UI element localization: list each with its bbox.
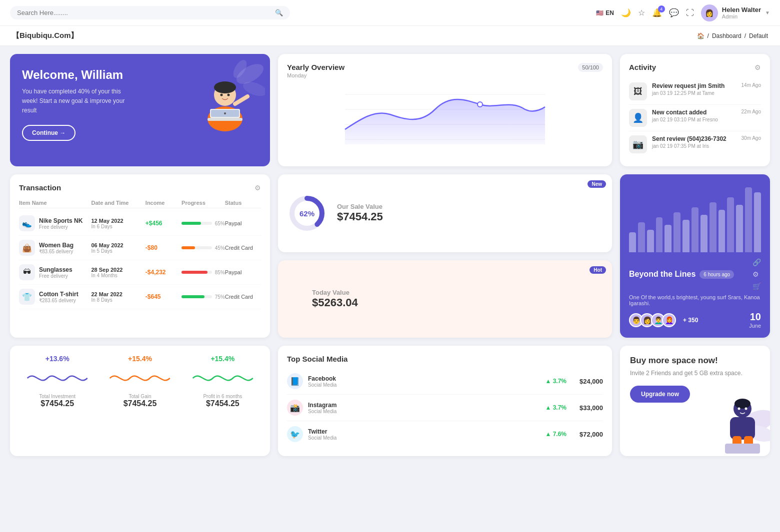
activity-item: 👤 New contact added jan 02 19 03:10 PM a… <box>629 105 761 131</box>
continue-button[interactable]: Continue → <box>22 125 76 141</box>
beyond-time: 6 hours ago <box>700 270 734 279</box>
activity-card: Activity ⚙ 🖼 Review request jim Smith ja… <box>620 54 770 166</box>
separator: / <box>708 32 709 39</box>
today-title: Today Value <box>312 289 358 296</box>
avatar: 👩 <box>701 4 718 21</box>
item-status: Paypal <box>225 220 261 226</box>
hot-badge: Hot <box>590 266 606 274</box>
stat-item: +15.4% Profit in 6 months $7454.25 <box>184 355 261 447</box>
item-sub: Free delivery <box>39 224 82 230</box>
bar-item <box>674 212 680 252</box>
yearly-title: Yearly Overview <box>287 63 344 71</box>
stat-wave <box>184 366 261 391</box>
col-status: Status <box>225 200 261 206</box>
event-date-month: June <box>749 323 761 329</box>
chat-icon[interactable]: 💬 <box>669 8 679 17</box>
col-date: Date and Time <box>91 200 145 206</box>
svg-point-11 <box>220 94 223 96</box>
chart-icon-2[interactable]: ⚙ <box>752 270 761 278</box>
yearly-overview-card: Yearly Overview Monday 50/100 <box>278 54 612 166</box>
progress-fill <box>182 295 204 298</box>
upgrade-title: Buy more space now! <box>630 356 760 366</box>
stat-pct: +15.4% <box>210 355 234 363</box>
activity-item-sub: jan 02 19 03:10 PM at Fresno <box>652 117 736 122</box>
item-income: -$80 <box>146 244 182 251</box>
table-row: 👟 Nike Sports NK Free delivery 12 May 20… <box>19 211 261 236</box>
progress-wrap: 85% <box>182 270 225 275</box>
breadcrumb-dashboard[interactable]: Dashboard <box>712 32 742 39</box>
bar-item <box>647 230 654 252</box>
bar-item <box>754 192 761 252</box>
item-info: 👜 Women Bag ₹83.65 delivery <box>19 240 91 256</box>
stat-value: $7454.25 <box>206 399 240 408</box>
sale-cards: 62% Our Sale Value $7454.25 New <box>278 174 612 338</box>
item-sub: ₹283.65 delivery <box>39 298 78 303</box>
search-input[interactable] <box>17 9 271 16</box>
activity-text: Review request jim Smith jan 03 19 12:25… <box>652 82 736 96</box>
item-info: 👕 Cotton T-shirt ₹283.65 delivery <box>19 289 91 305</box>
social-growth: ▲ 3.7% <box>545 378 566 385</box>
progress-bg <box>182 222 212 225</box>
date-sub: In 8 Days <box>91 297 145 303</box>
sale-info: Our Sale Value $7454.25 <box>337 203 383 223</box>
stat-label: Profit in 6 months <box>203 394 242 399</box>
date-main: 06 May 2022 <box>91 242 145 248</box>
progress-pct: 85% <box>215 270 225 275</box>
activity-item-sub: jan 02 19 07:35 PM at Iris <box>652 143 736 149</box>
today-value-amount: $5263.04 <box>312 296 358 309</box>
social-type: Social Media <box>308 382 336 388</box>
brand-logo[interactable]: 【Biqubiqu.Com】 <box>12 31 78 40</box>
yearly-progress: 50/100 <box>578 63 603 72</box>
bar-chart-card: Beyond the Lines 6 hours ago 🔗 ⚙ 🛒 One O… <box>620 174 770 338</box>
chart-icon-1[interactable]: 🔗 <box>752 258 761 266</box>
bar-item <box>629 232 636 252</box>
activity-item: 🖼 Review request jim Smith jan 03 19 12:… <box>629 78 761 105</box>
activity-item-title: Review request jim Smith <box>652 82 736 89</box>
plus-count: + 350 <box>683 317 698 324</box>
avatar-4: 👩‍🦰 <box>662 313 676 327</box>
today-bars <box>287 284 302 314</box>
svg-point-12 <box>228 94 230 96</box>
breadcrumb-current: Default <box>749 32 768 39</box>
chart-icon-3[interactable]: 🛒 <box>752 282 761 290</box>
item-income: -$4,232 <box>146 269 182 276</box>
notification-bell[interactable]: 🔔 4 <box>652 8 662 17</box>
upgrade-sub: Invite 2 Friends and get 5 GB extra spac… <box>630 369 760 378</box>
social-name: Instagram <box>308 402 336 409</box>
item-status: Paypal <box>225 269 261 275</box>
event-people: 👨 👩 👨‍🦱 👩‍🦰 + 350 10 June <box>629 311 761 329</box>
home-icon[interactable]: 🏠 <box>697 32 704 39</box>
star-icon[interactable]: ☆ <box>638 8 645 17</box>
topnav: 🔍 🇺🇸 EN 🌙 ☆ 🔔 4 💬 ⛶ 👩 Helen Walter Admin… <box>0 0 780 26</box>
language-selector[interactable]: 🇺🇸 EN <box>596 9 614 16</box>
social-growth: ▲ 3.7% <box>545 404 566 411</box>
search-bar[interactable]: 🔍 <box>10 6 290 19</box>
people-avatars: 👨 👩 👨‍🦱 👩‍🦰 <box>629 313 676 327</box>
today-bars-wrap <box>287 284 302 314</box>
social-card: Top Social Media 📘 Facebook Social Media… <box>278 346 612 456</box>
stat-value: $7454.25 <box>40 399 74 408</box>
theme-toggle[interactable]: 🌙 <box>621 8 631 17</box>
user-menu[interactable]: 👩 Helen Walter Admin ▼ <box>701 4 770 21</box>
item-info: 🕶 Sunglasses Free delivery <box>19 264 91 280</box>
today-value-card: Today Value $5263.04 Hot <box>278 260 612 338</box>
item-name: Nike Sports NK <box>39 217 82 224</box>
donut-chart: 62% <box>287 193 327 233</box>
upgrade-button[interactable]: Upgrade now <box>630 386 690 403</box>
flag-icon: 🇺🇸 <box>596 9 604 16</box>
progress-wrap: 45% <box>182 245 225 251</box>
activity-settings-icon[interactable]: ⚙ <box>754 63 761 71</box>
notification-badge: 4 <box>658 5 665 12</box>
activity-thumb: 🖼 <box>629 82 647 100</box>
nav-icons: 🇺🇸 EN 🌙 ☆ 🔔 4 💬 ⛶ 👩 Helen Walter Admin ▼ <box>596 4 770 21</box>
item-sub: Free delivery <box>39 273 72 279</box>
social-name: Twitter <box>308 428 336 435</box>
fullscreen-icon[interactable]: ⛶ <box>686 8 694 17</box>
transaction-settings-icon[interactable]: ⚙ <box>254 184 261 192</box>
social-rows: 📘 Facebook Social Media ▲ 3.7% $24,000 📸… <box>287 368 603 447</box>
item-date: 06 May 2022 In 5 Days <box>91 242 145 254</box>
transaction-col-headers: Item Name Date and Time Income Progress … <box>19 198 261 208</box>
activity-header: Activity ⚙ <box>629 63 761 71</box>
progress-fill <box>182 222 201 225</box>
stat-label: Total Investment <box>39 394 76 399</box>
